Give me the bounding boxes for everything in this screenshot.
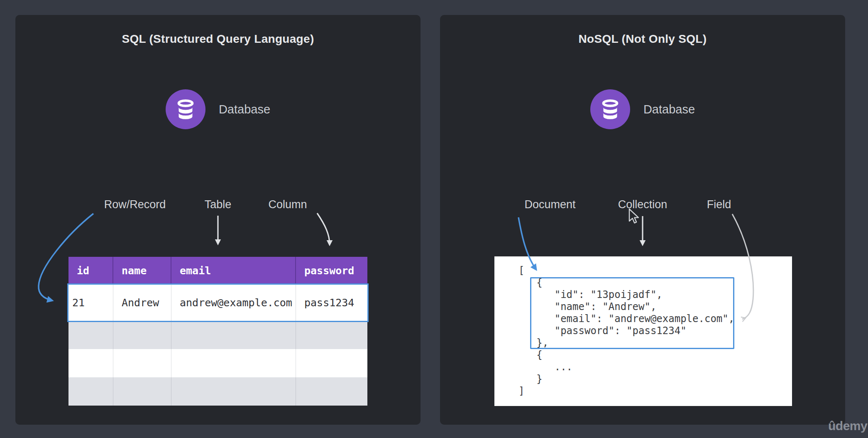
header-cell-email: email — [171, 257, 296, 285]
cell-id: 21 — [68, 285, 113, 321]
table-row: 21 Andrew andrew@example.com pass1234 — [68, 285, 367, 321]
table-empty-row — [68, 377, 367, 406]
code-line: "password": "pass1234" — [518, 325, 734, 337]
json-code: [ { "id": "13poijadf", "name": "Andrew",… — [518, 265, 734, 397]
empty-cell — [68, 321, 113, 349]
table-header-row: id name email password — [68, 257, 367, 285]
slide-canvas: SQL (Structured Query Language) Database… — [0, 0, 868, 438]
label-column: Column — [268, 198, 307, 211]
code-line: "email": "andrew@example.com", — [518, 313, 734, 325]
table-empty-row — [68, 321, 367, 349]
nosql-database-group: Database — [440, 89, 845, 129]
database-icon — [166, 89, 205, 129]
code-line: }, — [518, 337, 734, 349]
sql-panel: SQL (Structured Query Language) Database… — [15, 15, 421, 425]
column-arrow — [317, 213, 330, 244]
nosql-panel: NoSQL (Not Only SQL) Database Document C… — [440, 15, 845, 425]
empty-cell — [68, 377, 113, 406]
empty-cell — [113, 377, 171, 406]
code-line: ... — [518, 361, 734, 373]
label-collection: Collection — [618, 198, 668, 211]
empty-cell — [113, 349, 171, 377]
database-label: Database — [643, 103, 695, 116]
database-cylinder-icon — [173, 96, 198, 122]
cell-name: Andrew — [113, 285, 171, 321]
header-cell-id: id — [68, 257, 113, 285]
empty-cell — [296, 349, 367, 377]
table-empty-row — [68, 349, 367, 377]
cell-email: andrew@example.com — [171, 285, 296, 321]
code-line: { — [518, 349, 734, 361]
code-line: } — [518, 373, 734, 385]
nosql-panel-title: NoSQL (Not Only SQL) — [440, 32, 845, 46]
label-field: Field — [707, 198, 731, 211]
header-cell-password: password — [296, 257, 367, 285]
empty-cell — [296, 321, 367, 349]
table-empty-rows — [68, 321, 367, 406]
empty-cell — [171, 349, 296, 377]
cell-password: pass1234 — [296, 285, 367, 321]
code-line: "id": "13poijadf", — [518, 289, 734, 301]
empty-cell — [68, 349, 113, 377]
database-icon — [590, 89, 630, 129]
empty-cell — [296, 377, 367, 406]
empty-cell — [171, 321, 296, 349]
code-line: { — [518, 277, 734, 289]
database-cylinder-icon — [597, 96, 623, 122]
empty-cell — [171, 377, 296, 406]
label-table: Table — [205, 198, 232, 211]
sql-table: id name email password 21 Andrew andrew@… — [68, 257, 367, 406]
code-line: [ — [518, 265, 734, 277]
database-label: Database — [219, 103, 270, 116]
label-document: Document — [524, 198, 575, 211]
mouse-cursor-icon — [628, 208, 642, 225]
header-cell-name: name — [113, 257, 171, 285]
sql-database-group: Database — [15, 89, 421, 129]
code-line: ] — [518, 385, 734, 397]
json-document-box: [ { "id": "13poijadf", "name": "Andrew",… — [494, 256, 792, 406]
sql-panel-title: SQL (Structured Query Language) — [15, 32, 421, 46]
code-line: "name": "Andrew", — [518, 301, 734, 313]
udemy-logo: ûdemy — [828, 419, 867, 433]
empty-cell — [113, 321, 171, 349]
label-row-record: Row/Record — [104, 198, 166, 211]
